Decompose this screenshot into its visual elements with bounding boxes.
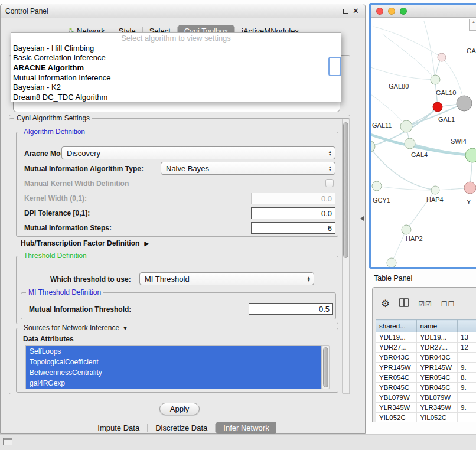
network-node[interactable] xyxy=(464,182,476,194)
table-cell[interactable]: 12 xyxy=(458,343,476,353)
network-scroll-corner[interactable]: ▲ xyxy=(469,19,476,31)
table-row[interactable]: YBL079WYBL079W xyxy=(376,393,476,403)
table-cell[interactable]: YBL079W xyxy=(417,393,458,403)
table-column-header[interactable]: name xyxy=(417,320,458,332)
network-node[interactable] xyxy=(433,102,442,112)
attributes-scrollbar[interactable] xyxy=(322,345,330,389)
table-row[interactable]: YBR043CYBR043C xyxy=(376,353,476,363)
table-cell[interactable]: YER054C xyxy=(417,373,458,383)
table-row[interactable]: YDR27...YDR27...12 xyxy=(376,343,476,353)
algorithm-option-bayesian-hill-climbing[interactable]: Bayesian - Hill Climbing xyxy=(11,43,341,53)
network-node[interactable] xyxy=(457,96,472,111)
network-edge[interactable] xyxy=(374,27,442,57)
manual-kernel-checkbox[interactable] xyxy=(325,179,334,187)
sources-title-row[interactable]: Sources for Network Inference ▼ xyxy=(21,324,131,332)
network-node[interactable] xyxy=(371,141,375,152)
mac-zoom-icon[interactable] xyxy=(400,8,407,15)
table-cell[interactable]: YLR345W xyxy=(417,403,458,413)
network-node[interactable] xyxy=(400,120,412,132)
table-row[interactable]: YPR145WYPR145W9. xyxy=(376,363,476,373)
columns-icon[interactable] xyxy=(399,298,409,309)
network-node[interactable] xyxy=(402,225,411,234)
network-node[interactable] xyxy=(405,138,415,149)
table-cell[interactable]: YDR27... xyxy=(376,343,417,353)
algorithm-option-mutual-information-inference[interactable]: Mutual Information Inference xyxy=(11,73,341,83)
checked-boxes-icon[interactable]: ☑☑ xyxy=(418,300,432,308)
network-node-label: HAP4 xyxy=(426,196,444,203)
splitter-collapse-icon[interactable] xyxy=(360,216,364,221)
settings-scrollbar[interactable] xyxy=(342,119,350,394)
table-cell[interactable]: 9. xyxy=(458,363,476,373)
gear-icon[interactable]: ⚙ xyxy=(381,299,390,309)
aracne-mode-combo[interactable]: Discovery ▲▼ xyxy=(61,146,335,159)
network-node[interactable] xyxy=(465,148,476,162)
table-cell[interactable]: YLR345W xyxy=(376,403,417,413)
mac-close-icon[interactable] xyxy=(376,8,383,15)
attribute-item-gal4rgexp[interactable]: gal4RGexp xyxy=(26,378,321,389)
table-row[interactable]: YDL19...YDL19...13 xyxy=(376,332,476,343)
table-cell[interactable]: YDL19... xyxy=(417,332,458,343)
table-row[interactable]: YLR345WYLR345W9. xyxy=(376,403,476,413)
table-cell[interactable]: YPR145W xyxy=(376,363,417,373)
apply-button[interactable]: Apply xyxy=(159,403,200,415)
mi-type-combo[interactable]: Naive Bayes ▲▼ xyxy=(161,162,335,175)
empty-boxes-icon[interactable]: ☐☐ xyxy=(441,300,455,308)
network-edge[interactable] xyxy=(383,34,435,80)
network-canvas-area[interactable]: GAL80GAL10GAL8GAL11GAL1SWI4GAL4GCY1HAP4Y… xyxy=(371,18,476,267)
hub-definition-toggle[interactable]: Hub/Transcription Factor Definition ▶ xyxy=(21,239,149,247)
network-node[interactable] xyxy=(387,258,396,268)
algorithm-option-dream8-dc-tdc-algorithm[interactable]: Dream8 DC_TDC Algorithm xyxy=(11,92,341,102)
attribute-item-topologicalcoefficient[interactable]: TopologicalCoefficient xyxy=(26,357,321,367)
table-cell[interactable]: YER054C xyxy=(376,373,417,383)
mac-minimize-icon[interactable] xyxy=(388,8,395,15)
network-node-label: GAL80 xyxy=(389,83,409,90)
settings-scrollbar-thumb[interactable] xyxy=(343,122,348,258)
table-cell[interactable]: YIL052C xyxy=(417,413,458,423)
table-row[interactable]: YIL052CYIL052C xyxy=(376,413,476,423)
bottom-tab-impute-data[interactable]: Impute Data xyxy=(90,422,146,434)
table-cell[interactable]: YBR045C xyxy=(417,383,458,393)
network-node[interactable] xyxy=(431,75,440,84)
table-column-header[interactable]: shared... xyxy=(376,320,417,332)
algorithm-option-basic-correlation-inference[interactable]: Basic Correlation Inference xyxy=(11,53,341,63)
minimized-panel-icon[interactable] xyxy=(3,438,12,445)
focused-field-fragment[interactable] xyxy=(328,57,341,76)
table-cell[interactable]: 13 xyxy=(458,332,476,343)
attribute-item-betweennesscentrality[interactable]: BetweennessCentrality xyxy=(26,367,321,378)
table-cell[interactable]: 9. xyxy=(458,383,476,393)
kernel-width-field[interactable] xyxy=(251,193,335,204)
mi-threshold-field[interactable] xyxy=(249,303,333,315)
table-row[interactable]: YER054CYER054C8. xyxy=(376,373,476,383)
network-node[interactable] xyxy=(438,53,446,61)
table-cell[interactable]: 9. xyxy=(458,403,476,413)
table-cell[interactable]: YBL079W xyxy=(376,393,417,403)
network-node[interactable] xyxy=(431,186,439,194)
network-node[interactable] xyxy=(372,181,382,191)
table-cell[interactable]: YDR27... xyxy=(417,343,458,353)
close-icon[interactable]: ✕ xyxy=(353,6,359,15)
which-threshold-combo[interactable]: MI Threshold ▲▼ xyxy=(139,272,314,285)
table-cell[interactable] xyxy=(458,353,476,363)
table-cell[interactable] xyxy=(458,413,476,423)
table-cell[interactable]: YBR043C xyxy=(376,353,417,363)
mi-steps-field[interactable] xyxy=(251,222,335,234)
table-cell[interactable]: YDL19... xyxy=(376,332,417,343)
table-cell[interactable]: YPR145W xyxy=(417,363,458,373)
network-edge[interactable] xyxy=(392,230,406,263)
bottom-tab-infer-network[interactable]: Infer Network xyxy=(216,422,276,434)
dpi-tolerance-field[interactable] xyxy=(251,207,335,219)
table-column-header[interactable] xyxy=(458,320,476,332)
table-cell[interactable]: YBR043C xyxy=(417,353,458,363)
attributes-scrollbar-thumb[interactable] xyxy=(323,347,328,387)
bottom-tab-discretize-data[interactable]: Discretize Data xyxy=(148,422,214,434)
table-cell[interactable]: YIL052C xyxy=(376,413,417,423)
table-cell[interactable] xyxy=(458,393,476,403)
attribute-item-selfloops[interactable]: SelfLoops xyxy=(26,346,321,357)
mi-type-label: Mutual Information Algorithm Type: xyxy=(24,165,144,173)
algorithm-option-bayesian-k2[interactable]: Bayesian - K2 xyxy=(11,82,341,92)
table-row[interactable]: YBR045CYBR045C9. xyxy=(376,383,476,393)
table-cell[interactable]: YBR045C xyxy=(376,383,417,393)
algorithm-option-aracne-algorithm[interactable]: ARACNE Algorithm xyxy=(11,63,341,73)
table-cell[interactable]: 8. xyxy=(458,373,476,383)
float-window-icon[interactable] xyxy=(343,9,348,14)
